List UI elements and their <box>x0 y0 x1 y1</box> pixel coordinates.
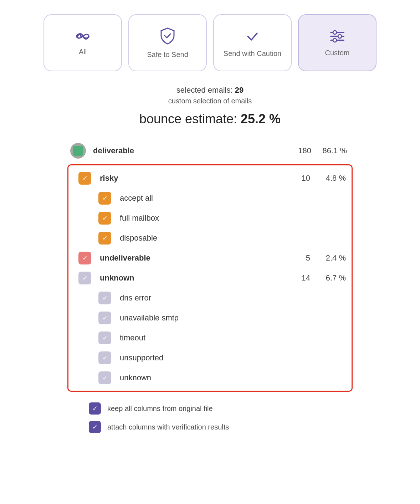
keep-columns-check-icon: ✓ <box>92 405 98 412</box>
unknown-sub-label: unknown <box>116 373 346 382</box>
undeliverable-row: ✓ undeliverable 5 2.4 % <box>74 248 346 268</box>
deliverable-count: 180 <box>283 146 311 155</box>
full-mailbox-checkbox[interactable]: ✓ <box>98 212 111 225</box>
timeout-checkbox[interactable]: ✓ <box>98 331 111 344</box>
unknown-sub-check-icon: ✓ <box>102 374 108 382</box>
risky-label: risky <box>96 174 282 183</box>
timeout-row: ✓ timeout <box>74 328 346 348</box>
filter-all-label: All <box>79 48 87 56</box>
filter-caution-button[interactable]: Send with Caution <box>213 14 292 71</box>
unavailable-smtp-row: ✓ unavailable smtp <box>74 308 346 328</box>
unknown-row: ✓ unknown 14 6.7 % <box>74 268 346 288</box>
timeout-label: timeout <box>116 333 346 343</box>
unavailable-smtp-label: unavailable smtp <box>116 313 346 323</box>
dns-error-row: ✓ dns error <box>74 288 346 308</box>
deliverable-circle-icon <box>70 143 86 159</box>
shield-icon <box>159 27 176 46</box>
accept-all-row: ✓ accept all <box>74 188 346 208</box>
risky-checkbox-area[interactable]: ✓ <box>74 172 96 185</box>
timeout-check-icon: ✓ <box>102 334 108 342</box>
dns-error-check-icon: ✓ <box>102 294 108 302</box>
filter-row: All Safe to Send Send with Caution <box>14 14 406 71</box>
disposable-row: ✓ disposable <box>74 228 346 248</box>
undeliverable-label: undeliverable <box>96 253 282 263</box>
risky-count: 10 <box>282 174 310 183</box>
accept-all-check-icon: ✓ <box>102 194 108 202</box>
dns-error-label: dns error <box>116 293 346 303</box>
sliders-icon <box>329 29 346 44</box>
full-mailbox-check-icon: ✓ <box>102 214 108 222</box>
timeout-checkbox-area[interactable]: ✓ <box>94 331 116 344</box>
full-mailbox-checkbox-area[interactable]: ✓ <box>94 212 116 225</box>
unknown-count: 14 <box>282 273 310 283</box>
keep-columns-label: keep all columns from original file <box>107 405 213 413</box>
accept-all-checkbox-area[interactable]: ✓ <box>94 192 116 205</box>
check-icon <box>244 28 261 45</box>
undeliverable-check-icon: ✓ <box>82 254 88 262</box>
keep-columns-item: ✓ keep all columns from original file <box>89 402 353 415</box>
undeliverable-count: 5 <box>282 253 310 263</box>
dns-error-checkbox[interactable]: ✓ <box>98 292 111 304</box>
unavailable-smtp-checkbox-area[interactable]: ✓ <box>94 312 116 324</box>
unavailable-smtp-check-icon: ✓ <box>102 314 108 322</box>
unsupported-label: unsupported <box>116 353 346 362</box>
attach-columns-check-icon: ✓ <box>92 423 98 431</box>
selected-line: selected emails: 29 <box>14 86 406 95</box>
disposable-label: disposable <box>116 233 346 243</box>
attach-columns-checkbox[interactable]: ✓ <box>89 421 101 433</box>
risky-check-icon: ✓ <box>82 174 88 182</box>
keep-columns-checkbox[interactable]: ✓ <box>89 402 101 415</box>
unavailable-smtp-checkbox[interactable]: ✓ <box>98 312 111 324</box>
unknown-checkbox[interactable]: ✓ <box>78 272 91 284</box>
unsupported-checkbox[interactable]: ✓ <box>98 351 111 364</box>
deliverable-row: deliverable 180 86.1 % <box>67 139 353 162</box>
undeliverable-pct: 2.4 % <box>310 253 346 263</box>
unknown-label: unknown <box>96 273 282 283</box>
unknown-sub-row: ✓ unknown <box>74 368 346 388</box>
all-icon <box>74 30 92 43</box>
undeliverable-checkbox-area[interactable]: ✓ <box>74 252 96 264</box>
summary-section: selected emails: 29 custom selection of … <box>14 86 406 127</box>
risky-pct: 4.8 % <box>310 174 346 183</box>
dns-error-checkbox-area[interactable]: ✓ <box>94 292 116 304</box>
deliverable-checkbox-area <box>67 143 89 159</box>
unknown-check-icon: ✓ <box>82 274 88 282</box>
filter-custom-label: Custom <box>325 49 350 57</box>
risky-checkbox[interactable]: ✓ <box>78 172 91 185</box>
footer-options: ✓ keep all columns from original file ✓ … <box>67 402 353 433</box>
filter-all-button[interactable]: All <box>43 14 122 71</box>
filter-safe-button[interactable]: Safe to Send <box>128 14 207 71</box>
disposable-check-icon: ✓ <box>102 234 108 242</box>
svg-point-5 <box>333 38 337 42</box>
disposable-checkbox[interactable]: ✓ <box>98 232 111 245</box>
filter-safe-label: Safe to Send <box>147 51 188 59</box>
undeliverable-checkbox[interactable]: ✓ <box>78 252 91 264</box>
risky-row: ✓ risky 10 4.8 % <box>74 168 346 188</box>
accept-all-checkbox[interactable]: ✓ <box>98 192 111 205</box>
bounce-value: 25.2 % <box>241 112 281 126</box>
bounce-line: bounce estimate: 25.2 % <box>14 112 406 127</box>
filter-custom-button[interactable]: Custom <box>298 14 377 71</box>
svg-point-4 <box>338 35 342 38</box>
unsupported-checkbox-area[interactable]: ✓ <box>94 351 116 364</box>
unknown-pct: 6.7 % <box>310 273 346 283</box>
full-mailbox-label: full mailbox <box>116 214 346 223</box>
deliverable-green-square <box>73 146 83 156</box>
email-list-container: deliverable 180 86.1 % ✓ risky 10 4.8 % … <box>67 139 353 392</box>
full-mailbox-row: ✓ full mailbox <box>74 208 346 228</box>
selected-label: selected emails: <box>176 86 233 94</box>
bounce-label: bounce estimate: <box>139 112 237 126</box>
attach-columns-item: ✓ attach columns with verification resul… <box>89 421 353 433</box>
unknown-sub-checkbox[interactable]: ✓ <box>98 371 111 384</box>
disposable-checkbox-area[interactable]: ✓ <box>94 232 116 245</box>
custom-line: custom selection of emails <box>14 97 406 105</box>
unknown-checkbox-area[interactable]: ✓ <box>74 272 96 284</box>
unsupported-check-icon: ✓ <box>102 354 108 362</box>
unknown-sub-checkbox-area[interactable]: ✓ <box>94 371 116 384</box>
deliverable-label: deliverable <box>89 146 283 155</box>
deliverable-pct: 86.1 % <box>311 146 347 155</box>
accept-all-label: accept all <box>116 194 346 203</box>
custom-selection-box: ✓ risky 10 4.8 % ✓ accept all ✓ full mai… <box>67 164 353 392</box>
svg-point-3 <box>333 31 337 34</box>
filter-caution-label: Send with Caution <box>224 50 281 58</box>
